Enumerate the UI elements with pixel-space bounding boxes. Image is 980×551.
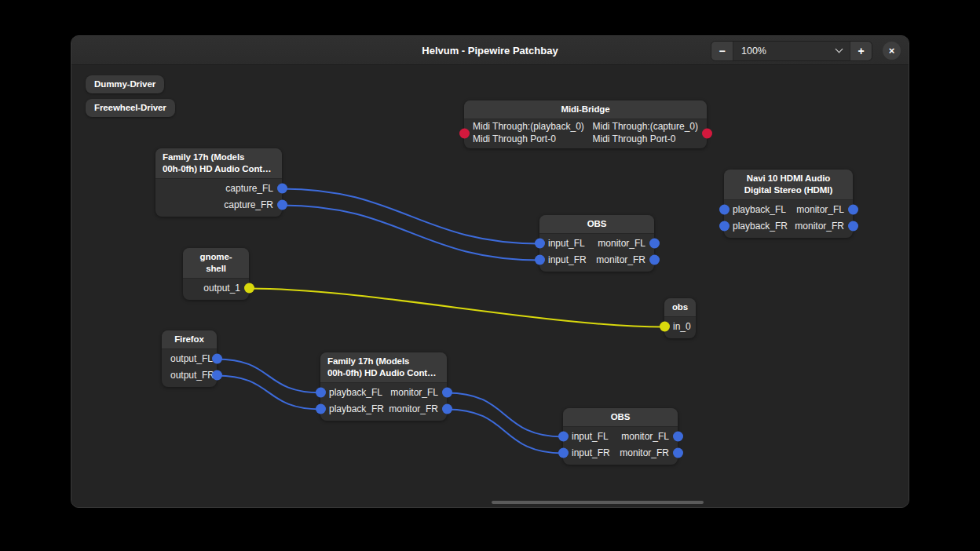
port-label: playback_FL: [329, 387, 382, 400]
node-obs-video[interactable]: obsin_0: [664, 298, 696, 338]
node-navi-hdmi[interactable]: Navi 10 HDMI Audio Digital Stereo (HDMI)…: [724, 170, 853, 238]
port-label: input_FR: [548, 254, 587, 267]
port-dot[interactable]: [535, 255, 545, 265]
port-playback_FR: playback_FR: [724, 221, 788, 233]
node-freewheel-driver[interactable]: Freewheel-Driver: [86, 99, 175, 117]
port-dot[interactable]: [212, 370, 222, 381]
node-title: Family 17h (Models 00h-0fh) HD Audio Con…: [155, 148, 282, 179]
port-label: playback_FR: [733, 221, 788, 233]
titlebar[interactable]: Helvum - Pipewire Patchbay − 100% + ×: [71, 36, 909, 65]
port-Midi Through:(capture_0): Midi Through:(capture_0) Midi Through Po…: [592, 121, 707, 145]
port-label: capture_FL: [225, 183, 273, 195]
node-obs-bottom[interactable]: OBSinput_FLmonitor_FLinput_FRmonitor_FR: [563, 408, 678, 465]
patch-cable[interactable]: [249, 288, 664, 327]
node-family-capture[interactable]: Family 17h (Models 00h-0fh) HD Audio Con…: [155, 148, 282, 217]
port-label: monitor_FR: [389, 403, 438, 416]
port-dot[interactable]: [673, 448, 683, 458]
port-dot[interactable]: [459, 128, 470, 138]
port-row: playback_FLmonitor_FL: [724, 202, 853, 218]
patch-cable[interactable]: [447, 392, 563, 436]
node-dummy-driver[interactable]: Dummy-Driver: [86, 75, 164, 93]
port-dot[interactable]: [649, 239, 660, 249]
port-label: monitor_FL: [390, 387, 438, 400]
port-dot[interactable]: [848, 221, 858, 232]
port-dot[interactable]: [535, 239, 545, 249]
node-title: Navi 10 HDMI Audio Digital Stereo (HDMI): [724, 170, 853, 200]
port-output_FR: output_FR: [170, 370, 223, 382]
port-row: output_1: [183, 280, 249, 297]
close-button[interactable]: ×: [883, 42, 901, 60]
port-dot[interactable]: [702, 128, 712, 138]
port-dot[interactable]: [277, 200, 287, 210]
port-label: input_FL: [548, 238, 585, 250]
node-body: input_FLmonitor_FLinput_FRmonitor_FR: [539, 234, 654, 272]
port-monitor_FL: monitor_FL: [598, 238, 654, 250]
node-firefox[interactable]: Firefoxoutput_FLoutput_FR: [162, 330, 217, 387]
zoom-in-button[interactable]: +: [850, 42, 872, 60]
node-obs-top[interactable]: OBSinput_FLmonitor_FLinput_FRmonitor_FR: [539, 215, 654, 272]
port-dot[interactable]: [558, 432, 569, 442]
patch-cable[interactable]: [447, 409, 563, 453]
node-body: input_FLmonitor_FLinput_FRmonitor_FR: [563, 427, 678, 465]
port-dot[interactable]: [558, 448, 569, 458]
patch-cable[interactable]: [217, 375, 320, 409]
port-dot[interactable]: [673, 432, 683, 442]
node-gnome-shell[interactable]: gnome-shelloutput_1: [183, 248, 249, 300]
port-dot[interactable]: [442, 388, 452, 398]
port-capture_FR: capture_FR: [224, 199, 282, 212]
node-title: OBS: [539, 215, 654, 234]
port-input_FR: input_FR: [539, 254, 587, 267]
node-midi-bridge[interactable]: Midi-BridgeMidi Through:(playback_0) Mid…: [464, 100, 707, 148]
zoom-out-button[interactable]: −: [711, 42, 733, 60]
plus-icon: +: [858, 45, 864, 57]
port-dot[interactable]: [277, 184, 287, 194]
node-body: output_FLoutput_FR: [162, 349, 217, 387]
node-body: in_0: [664, 317, 696, 338]
zoom-control-group: − 100% +: [711, 41, 872, 61]
port-row: output_FR: [162, 367, 217, 384]
node-title: gnome-shell: [183, 248, 249, 279]
port-dot[interactable]: [316, 404, 326, 414]
port-monitor_FR: monitor_FR: [795, 221, 853, 233]
zoom-level-dropdown[interactable]: 100%: [733, 42, 850, 60]
zoom-level-value: 100%: [741, 46, 766, 57]
port-label: monitor_FR: [620, 447, 669, 460]
port-label: Midi Through:(capture_0) Midi Through Po…: [592, 121, 698, 145]
port-output_1: output_1: [203, 283, 249, 295]
port-label: input_FL: [572, 431, 609, 443]
port-dot[interactable]: [212, 354, 222, 364]
port-dot[interactable]: [442, 404, 452, 414]
port-dot[interactable]: [244, 283, 254, 294]
port-label: monitor_FL: [621, 431, 669, 443]
port-dot[interactable]: [848, 205, 858, 215]
node-title: Family 17h (Models 00h-0fh) HD Audio Con…: [320, 352, 447, 383]
port-dot[interactable]: [316, 388, 326, 398]
port-row: capture_FR: [155, 197, 282, 213]
port-label: monitor_FR: [795, 221, 844, 233]
port-row: Midi Through:(playback_0) Midi Through P…: [464, 121, 707, 145]
port-in_0: in_0: [664, 321, 691, 334]
port-playback_FL: playback_FL: [320, 387, 382, 400]
port-row: playback_FRmonitor_FR: [320, 401, 447, 418]
port-Midi Through:(playback_0): Midi Through:(playback_0) Midi Through P…: [464, 121, 584, 145]
patch-cable[interactable]: [217, 359, 320, 392]
port-dot[interactable]: [649, 255, 660, 265]
port-monitor_FL: monitor_FL: [390, 387, 447, 400]
horizontal-scrollbar[interactable]: [492, 501, 704, 504]
titlebar-controls: − 100% + ×: [711, 36, 901, 65]
patchbay-canvas[interactable]: Dummy-DriverFreewheel-DriverMidi-BridgeM…: [71, 65, 909, 508]
port-monitor_FR: monitor_FR: [620, 447, 678, 460]
port-row: input_FLmonitor_FL: [539, 235, 654, 252]
port-label: output_FL: [170, 353, 213, 366]
port-row: capture_FL: [155, 181, 282, 197]
port-dot[interactable]: [719, 205, 730, 215]
close-icon: ×: [889, 46, 895, 56]
node-family-playback[interactable]: Family 17h (Models 00h-0fh) HD Audio Con…: [320, 352, 447, 421]
port-label: monitor_FL: [796, 204, 844, 217]
port-dot[interactable]: [719, 221, 730, 232]
port-dot[interactable]: [660, 322, 670, 332]
port-label: monitor_FR: [596, 254, 645, 267]
patch-cable[interactable]: [282, 188, 539, 243]
patch-cable[interactable]: [282, 205, 539, 260]
node-title: Freewheel-Driver: [86, 99, 175, 117]
